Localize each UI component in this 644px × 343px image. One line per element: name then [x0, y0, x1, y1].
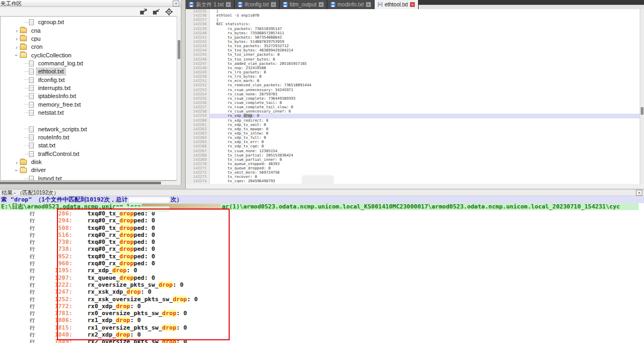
chevron-down-icon[interactable]: › [14, 52, 19, 58]
folder-icon [20, 44, 27, 50]
line-label: 行 [30, 281, 37, 288]
tree-item-command_log.txt[interactable]: command_log.txt [1, 59, 177, 68]
line-label: 行 [30, 317, 37, 324]
result-row[interactable]: 行1252:rx_xsk_oversize_pkts_sw_drop: 0 [0, 296, 644, 303]
tab-close-icon[interactable]: × [226, 2, 231, 7]
result-row[interactable]: 行1772:rx0_xdp_drop: 0 [0, 303, 644, 310]
tab-modinfo.txt[interactable]: modinfo.txt× [327, 0, 375, 9]
result-row[interactable]: 行1806:rx1_xdp_drop: 0 [0, 317, 644, 324]
result-row[interactable]: 行960:rxq#0_rx_dropped: 0 [0, 260, 644, 267]
tree-item-cna[interactable]: ›cna [1, 26, 177, 34]
tree-item-disk[interactable]: ›disk [1, 158, 177, 166]
result-row[interactable]: 行508:txq#0_tx_dropped: 0 [0, 225, 644, 232]
tab-close-icon[interactable]: × [271, 2, 276, 7]
tree-item-trafficControl.txt[interactable]: trafficControl.txt [1, 150, 177, 158]
tree-item-driver[interactable]: ›driver [1, 166, 177, 174]
tree-item-lsmod.txt[interactable]: lsmod.txt [1, 175, 177, 181]
result-line-number: 1815: [37, 324, 72, 331]
workspace-title: 夹工作区 [1, 1, 22, 6]
result-row[interactable]: 行1247:rx_xsk_xdp_drop: 0 [0, 288, 644, 295]
tree-item-ifconfig.txt[interactable]: ifconfig.txt [1, 76, 177, 84]
workspace-close-icon[interactable]: × [173, 1, 179, 6]
result-row[interactable]: 行1840:rx2_xdp_drop: 0 [0, 331, 644, 338]
result-row[interactable]: 行1815:rx1_oversize_pkts_sw_drop: 0 [0, 324, 644, 331]
result-row[interactable]: 行952:txq#0_tx_dropped: 0 [0, 253, 644, 260]
line-text-part: : 0 [252, 114, 259, 118]
line-text: tx_tso_inner_bytes: 0 [210, 57, 275, 62]
chevron-right-icon[interactable]: › [13, 28, 20, 33]
editor-vertical-scrollbar[interactable] [640, 9, 644, 184]
tree-vertical-scrollbar[interactable] [177, 16, 181, 181]
tab-close-icon[interactable]: × [319, 2, 324, 7]
tab-ethtool.txt[interactable]: ethtool.txt× [375, 0, 419, 9]
line-number: 142251 [186, 79, 210, 83]
result-row[interactable]: 行738:rxq#0_rx_dropped: 0 [0, 245, 644, 252]
tree-horizontal-scrollbar[interactable] [0, 181, 177, 185]
tree-item-interrupts.txt[interactable]: interrupts.txt [1, 84, 177, 92]
tree-item-cgroup.txt[interactable]: cgroup.txt [1, 18, 177, 26]
code-line: 142263 rx_xdp_tx_inlnw: 0 [186, 131, 640, 136]
scrollbar-thumb[interactable] [178, 40, 180, 59]
result-row[interactable]: 行286:txq#0_tx_dropped: 0 [0, 210, 644, 217]
result-text-part: rxq#0_rx_ [87, 260, 120, 267]
result-row[interactable]: 行1849:rx2_oversize_pkts_sw_drop: 0 [0, 338, 644, 343]
result-row[interactable]: 行1222:rx_oversize_pkts_sw_drop: 0 [0, 281, 644, 288]
locate-file-icon[interactable] [165, 8, 173, 16]
tree-item-routeInfo.txt[interactable]: routeInfo.txt [1, 133, 177, 141]
result-file-path[interactable]: E:\日志\armod0523.odata.ncmp.unicom.loca a… [0, 203, 639, 210]
tree-item-network_scripts.txt[interactable]: network_scripts.txt [1, 125, 177, 133]
chevron-right-icon[interactable]: › [13, 44, 20, 50]
tab-新文件 1.txt[interactable]: 新文件 1.txt× [186, 0, 235, 9]
workspace-title-bar: 夹工作区 × [0, 0, 181, 7]
result-row[interactable]: 行1207:tx_queue_dropped: 0 [0, 274, 644, 281]
code-line: 142268 tx_csum_partial: 205153836424 [186, 153, 640, 158]
line-text: rx_xdp_tx_inlnw: 0 [210, 131, 268, 136]
tree-item-cron[interactable]: ›cron [1, 43, 177, 51]
tab-ifconfig.txt[interactable]: ifconfig.txt× [235, 0, 280, 9]
tree-blank-row [1, 117, 177, 125]
line-text: rx_csum_complete_tail: 0 [210, 101, 282, 105]
result-row[interactable]: 行730:txq#0_tx_dropped: 0 [0, 238, 644, 245]
file-icon [29, 61, 34, 66]
result-line-number: 508: [37, 225, 72, 232]
code-line: 142245 tx_tso_inner_packets: 0 [186, 53, 640, 57]
search-match: drop [120, 225, 134, 232]
chevron-right-icon[interactable]: › [13, 160, 20, 165]
tab-label: 新文件 1.txt [196, 1, 224, 9]
tree-item-iptablesInfo.txt[interactable]: iptablesInfo.txt [1, 92, 177, 100]
scrollbar-thumb[interactable] [641, 107, 643, 115]
collapse-windows-icon[interactable] [152, 8, 160, 16]
result-row[interactable]: 行1781:rx0_oversize_pkts_sw_drop: 0 [0, 310, 644, 317]
tree-item-netstat.txt[interactable]: netstat.txt [1, 109, 177, 117]
file-icon [29, 93, 34, 99]
tree-item-memory_free.txt[interactable]: memory_free.txt [1, 100, 177, 108]
chevron-right-icon[interactable]: › [13, 36, 20, 41]
line-number: 142246 [186, 57, 210, 62]
file-icon [29, 176, 34, 181]
tree-item-cpu[interactable]: ›cpu [1, 35, 177, 43]
tree-item-cyclicCollection[interactable]: ›cyclicCollection [1, 51, 177, 59]
tree-item-ethtool.txt[interactable]: ethtool.txt [1, 68, 177, 76]
tree-item-label: cgroup.txt [36, 19, 65, 26]
result-row[interactable]: 行294:rxq#0_rx_dropped: 0 [0, 217, 644, 224]
line-text: tx_recover: 0 [210, 175, 257, 179]
editor-text-area[interactable]: 142235}142236ethtool -S enp1s0f0142237{1… [186, 9, 640, 184]
result-text-part: ped: 0 [134, 260, 155, 267]
line-number: 142238 [186, 22, 210, 26]
result-row[interactable]: 行516:rxq#0_rx_dropped: 0 [0, 232, 644, 238]
line-number: 142241 [186, 35, 210, 40]
save-icon [189, 2, 194, 7]
result-row[interactable]: 行1195:rx_xdp_drop: 0 [0, 267, 644, 274]
chevron-down-icon[interactable]: › [14, 167, 19, 174]
line-label: 行 [30, 331, 37, 338]
tab-fdm_output[interactable]: fdm_output× [280, 0, 327, 9]
results-close-icon[interactable]: × [636, 190, 642, 196]
code-line: 142255 rx_csum_complete: 736449389393 [186, 96, 640, 101]
application-window: 夹工作区 × cgroup.txt›cna›cpu›cron›cyclicCol… [0, 0, 644, 343]
expand-windows-icon[interactable] [139, 8, 148, 16]
tab-label: fdm_output [290, 2, 317, 8]
tree-item-stat.txt[interactable]: stat.txt [1, 141, 177, 150]
scrollbar-thumb[interactable] [0, 182, 161, 184]
tab-close-icon[interactable]: × [410, 2, 415, 7]
tab-close-icon[interactable]: × [366, 2, 371, 7]
